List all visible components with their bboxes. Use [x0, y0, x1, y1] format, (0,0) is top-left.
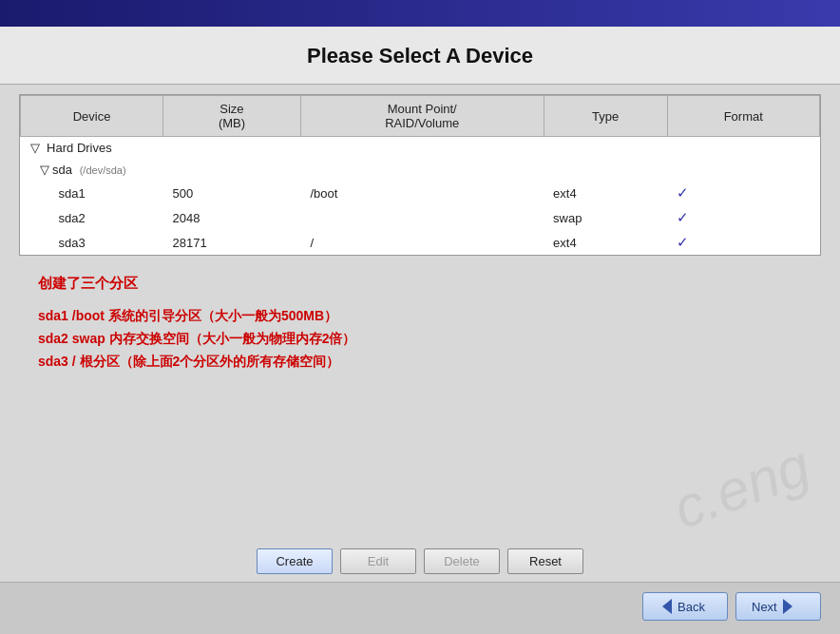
partition-format: ✓ [667, 205, 819, 230]
edit-button[interactable]: Edit [340, 548, 416, 574]
sda-label: ▽ sda (/dev/sda) [21, 159, 163, 181]
content-area: Device Size(MB) Mount Point/RAID/Volume … [0, 85, 840, 541]
partition-name: sda1 [21, 181, 163, 205]
table-row[interactable]: sda2 2048 swap ✓ [21, 205, 820, 230]
col-type: Type [544, 96, 667, 137]
group-label: ▽ Hard Drives [21, 137, 820, 160]
top-bar [0, 0, 840, 27]
sda-row: ▽ sda (/dev/sda) [21, 159, 820, 181]
col-format: Format [667, 96, 819, 137]
device-table: Device Size(MB) Mount Point/RAID/Volume … [20, 95, 820, 255]
title-section: Please Select A Device [0, 27, 840, 85]
partition-mount: / [300, 230, 544, 255]
partition-size: 28171 [163, 230, 301, 255]
annotation-line-1: sda1 /boot 系统的引导分区（大小一般为500MB） [38, 308, 802, 325]
page-title: Please Select A Device [19, 44, 821, 68]
annotation-area: 创建了三个分区 sda1 /boot 系统的引导分区（大小一般为500MB） s… [19, 265, 821, 531]
col-mount: Mount Point/RAID/Volume [300, 96, 544, 137]
next-arrow-icon [783, 599, 792, 614]
sda-path: (/dev/sda) [80, 164, 126, 176]
partition-type: ext4 [544, 181, 667, 205]
table-row[interactable]: sda1 500 /boot ext4 ✓ [21, 181, 820, 205]
annotation-line-2: sda2 swap 内存交换空间（大小一般为物理内存2倍） [38, 331, 802, 348]
group-hard-drives: ▽ Hard Drives [21, 137, 820, 160]
back-button[interactable]: Back [642, 592, 728, 621]
device-table-wrapper: Device Size(MB) Mount Point/RAID/Volume … [19, 94, 821, 256]
partition-type: swap [544, 205, 667, 230]
partition-mount: /boot [300, 181, 544, 205]
main-container: Please Select A Device Device Size(MB) M… [0, 27, 840, 634]
partition-type: ext4 [544, 230, 667, 255]
triangle-icon-sda: ▽ [40, 163, 49, 177]
partition-mount [300, 205, 544, 230]
partition-name: sda3 [21, 230, 163, 255]
nav-buttons: Back Next [0, 582, 840, 634]
annotation-title: 创建了三个分区 [38, 275, 802, 293]
partition-size: 500 [163, 181, 301, 205]
annotation-line-3: sda3 / 根分区（除上面2个分区外的所有存储空间） [38, 354, 802, 371]
table-row[interactable]: sda3 28171 / ext4 ✓ [21, 230, 820, 255]
next-button[interactable]: Next [735, 592, 821, 621]
reset-button[interactable]: Reset [507, 548, 583, 574]
create-button[interactable]: Create [257, 548, 333, 574]
action-buttons: Create Edit Delete Reset [0, 541, 840, 582]
triangle-icon: ▽ [30, 141, 40, 155]
partition-name: sda2 [21, 205, 163, 230]
col-device: Device [21, 96, 163, 137]
partition-size: 2048 [163, 205, 301, 230]
partition-format: ✓ [667, 181, 819, 205]
delete-button[interactable]: Delete [424, 548, 500, 574]
partition-format: ✓ [667, 230, 819, 255]
col-size: Size(MB) [163, 96, 301, 137]
back-arrow-icon [662, 599, 672, 614]
